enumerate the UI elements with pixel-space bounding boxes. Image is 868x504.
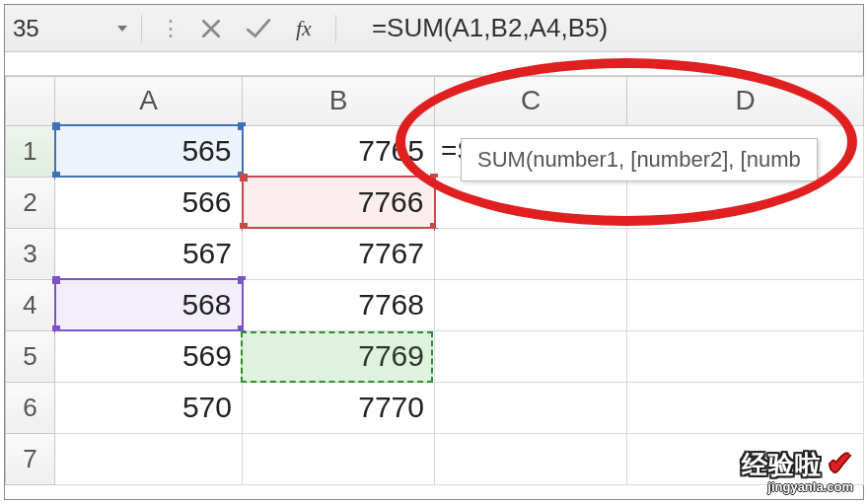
spreadsheet-grid[interactable]: A B C D 1 565 7765 =SUM(A1,B2,A4,B5) [5,76,863,485]
col-header-A[interactable]: A [55,77,243,126]
row-header-1[interactable]: 1 [6,125,55,177]
separator [141,15,142,42]
cell-A4[interactable]: 568 [55,279,243,330]
formula-bar: 35 ⋮ fx =SUM(A1,B2,A4,B5) [5,5,863,52]
cell-B1[interactable]: 7765 [243,125,435,177]
cell-D5[interactable] [627,330,864,382]
row-header-4[interactable]: 4 [6,279,55,330]
cell-D2[interactable] [627,177,864,228]
cell-C4[interactable] [435,279,627,330]
cell-B4[interactable]: 7768 [243,279,435,330]
row-header-7[interactable]: 7 [6,433,55,484]
cell-C2[interactable] [435,177,627,228]
row-header-3[interactable]: 3 [6,228,55,279]
select-all-corner[interactable] [6,77,55,126]
formula-ref-b5: B5 [568,13,600,43]
name-box[interactable]: 35 [5,5,54,51]
cell-A7[interactable] [55,433,243,484]
cell-C7[interactable] [435,433,627,484]
cancel-button[interactable] [187,5,235,51]
cell-B6[interactable]: 7770 [243,382,435,433]
cell-B2[interactable]: 7766 [243,177,435,228]
formula-ref-a4: A4 [530,13,561,43]
cell-D4[interactable] [627,279,864,330]
toolbar-gap [5,52,863,76]
check-icon: ✔ [828,447,853,479]
cell-A1[interactable]: 565 [55,125,243,177]
cell-A5[interactable]: 569 [55,330,243,382]
cell-A6[interactable]: 570 [55,382,243,433]
formula-input[interactable]: =SUM(A1,B2,A4,B5) [346,5,857,51]
cell-C5[interactable] [435,330,627,382]
cell-B7[interactable] [243,433,435,484]
confirm-button[interactable] [235,5,282,51]
separator [335,15,336,42]
formula-ref-a1: A1 [453,13,484,43]
col-header-B[interactable]: B [243,77,435,126]
cell-C6[interactable] [435,382,627,433]
cell-B3[interactable]: 7767 [243,228,435,279]
name-box-dropdown[interactable] [113,5,131,51]
cell-D6[interactable] [627,382,864,433]
cell-D3[interactable] [627,228,864,279]
cell-B5[interactable]: 7769 [243,330,435,382]
function-tooltip: SUM(number1, [number2], [numb [461,138,818,181]
col-header-D[interactable]: D [627,77,864,126]
cell-C3[interactable] [435,228,627,279]
watermark: 经验啦✔ jingyanla.com [742,449,853,493]
fx-label[interactable]: fx [282,16,326,41]
cell-A3[interactable]: 567 [55,228,243,279]
row-header-5[interactable]: 5 [6,330,55,382]
cell-A2[interactable]: 566 [55,177,243,228]
row-header-6[interactable]: 6 [6,382,55,433]
formula-ref-b2: B2 [491,13,523,43]
row-header-2[interactable]: 2 [6,177,55,228]
col-header-C[interactable]: C [435,77,627,126]
formula-text: =SUM( [372,13,453,43]
more-icon: ⋮ [152,16,187,41]
